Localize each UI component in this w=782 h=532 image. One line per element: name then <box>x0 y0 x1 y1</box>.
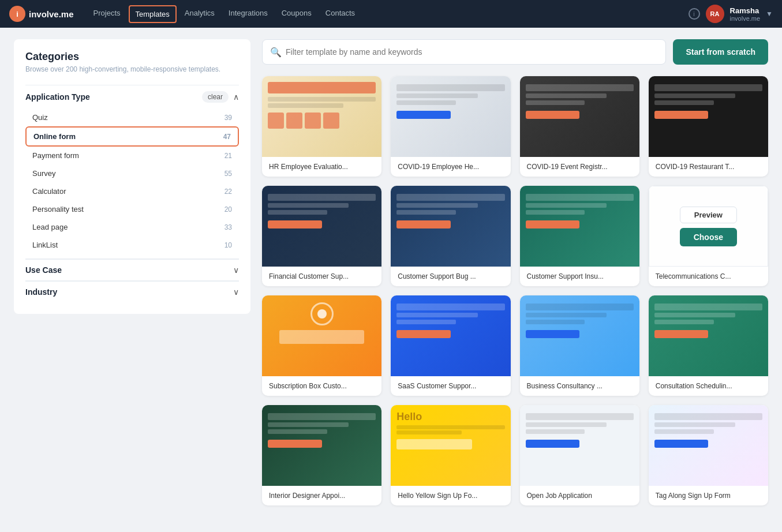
topnav: i involve.me ProjectsTemplatesAnalyticsI… <box>0 0 782 28</box>
template-thumbnail <box>649 76 768 157</box>
template-card[interactable]: Financial Customer Sup... <box>262 186 381 286</box>
search-icon: 🔍 <box>270 47 282 58</box>
use-case-section: Use Case ∨ <box>25 258 239 280</box>
template-label: Business Consultancy ... <box>520 376 639 396</box>
template-card[interactable]: Customer Support Insu... <box>520 186 639 286</box>
category-item-lead-page[interactable]: Lead page33 <box>25 218 239 236</box>
sidebar-title: Categories <box>25 51 239 63</box>
template-card[interactable]: Subscription Box Custo... <box>262 295 381 396</box>
template-thumbnail: Preview Choose <box>649 186 768 267</box>
collapse-icon: ∧ <box>233 92 239 102</box>
template-thumbnail <box>262 405 381 486</box>
template-thumbnail <box>520 405 639 486</box>
template-card[interactable]: Business Consultancy ... <box>520 295 639 396</box>
use-case-title: Use Case <box>25 265 62 275</box>
search-input-wrap: 🔍 <box>262 39 666 65</box>
category-count: 20 <box>225 205 232 213</box>
category-count: 47 <box>223 133 231 141</box>
application-type-header[interactable]: Application Type clear ∧ <box>25 85 239 108</box>
clear-button[interactable]: clear <box>202 91 229 103</box>
industry-title: Industry <box>25 287 57 297</box>
use-case-chevron: ∨ <box>233 265 239 275</box>
industry-section: Industry ∨ <box>25 280 239 302</box>
nav-right: i RA Ramsha involve.me ▼ <box>689 5 773 23</box>
info-icon[interactable]: i <box>689 8 700 20</box>
avatar: RA <box>706 5 724 23</box>
nav-item-templates[interactable]: Templates <box>129 5 177 23</box>
category-label: Survey <box>32 169 55 178</box>
template-label: Interior Designer Appoi... <box>262 486 381 505</box>
category-count: 33 <box>225 223 232 231</box>
nav-item-integrations[interactable]: Integrations <box>223 5 274 23</box>
category-label: Personality test <box>32 205 84 213</box>
category-label: LinkList <box>32 241 58 249</box>
template-card[interactable]: Hello Hello Yellow Sign Up Fo... <box>391 405 510 505</box>
template-thumbnail <box>520 295 639 376</box>
category-item-linklist[interactable]: LinkList10 <box>25 236 239 254</box>
category-count: 10 <box>225 241 232 249</box>
template-card[interactable]: Tag Along Sign Up Form <box>649 405 768 505</box>
sidebar-subtitle: Browse over 200 high-converting, mobile-… <box>25 65 239 73</box>
template-thumbnail <box>391 186 510 267</box>
template-label: Tag Along Sign Up Form <box>649 486 768 505</box>
template-thumbnail <box>262 186 381 267</box>
category-item-calculator[interactable]: Calculator22 <box>25 182 239 200</box>
sidebar: Categories Browse over 200 high-converti… <box>14 39 250 314</box>
template-card[interactable]: SaaS Customer Suppor... <box>391 295 510 396</box>
nav-item-coupons[interactable]: Coupons <box>276 5 317 23</box>
template-card[interactable]: COVID-19 Employee He... <box>391 76 510 177</box>
template-thumbnail <box>262 295 381 376</box>
category-count: 21 <box>225 152 232 160</box>
user-name: Ramsha <box>730 6 761 15</box>
template-card[interactable]: HR Employee Evaluatio... <box>262 76 381 177</box>
template-thumbnail <box>391 295 510 376</box>
category-item-payment-form[interactable]: Payment form21 <box>25 147 239 164</box>
template-grid: HR Employee Evaluatio... COVID-19 Employ… <box>262 76 768 505</box>
category-item-personality-test[interactable]: Personality test20 <box>25 200 239 218</box>
nav-items: ProjectsTemplatesAnalyticsIntegrationsCo… <box>88 5 361 23</box>
category-label: Lead page <box>32 223 68 231</box>
template-label: Customer Support Insu... <box>520 267 639 286</box>
nav-item-analytics[interactable]: Analytics <box>179 5 220 23</box>
category-label: Payment form <box>32 151 79 160</box>
user-info: Ramsha involve.me <box>730 6 761 22</box>
template-label: COVID-19 Restaurant T... <box>649 157 768 177</box>
template-card[interactable]: COVID-19 Event Registr... <box>520 76 639 177</box>
application-type-title: Application Type <box>25 92 90 102</box>
logo[interactable]: i involve.me <box>9 6 74 22</box>
template-label: Open Job Application <box>520 486 639 505</box>
choose-button[interactable]: Choose <box>680 228 737 246</box>
template-thumbnail <box>520 186 639 267</box>
search-input[interactable] <box>262 39 666 65</box>
category-label: Online form <box>33 132 76 141</box>
template-card[interactable]: Consultation Schedulin... <box>649 295 768 396</box>
category-item-survey[interactable]: Survey55 <box>25 164 239 182</box>
template-thumbnail <box>520 76 639 157</box>
use-case-header[interactable]: Use Case ∨ <box>25 259 239 280</box>
category-item-quiz[interactable]: Quiz39 <box>25 108 239 126</box>
template-thumbnail <box>262 76 381 157</box>
category-item-online-form[interactable]: Online form47 <box>25 126 239 147</box>
category-label: Calculator <box>32 187 66 196</box>
logo-icon: i <box>9 6 25 22</box>
industry-chevron: ∨ <box>233 287 239 297</box>
template-thumbnail <box>391 76 510 157</box>
template-card[interactable]: Preview Choose Telecommunications C... <box>649 186 768 286</box>
industry-header[interactable]: Industry ∨ <box>25 281 239 302</box>
nav-item-projects[interactable]: Projects <box>88 5 126 23</box>
template-label: Financial Customer Sup... <box>262 267 381 286</box>
template-label: Telecommunications C... <box>649 267 768 286</box>
category-count: 55 <box>225 170 232 178</box>
template-card[interactable]: Customer Support Bug ... <box>391 186 510 286</box>
nav-chevron[interactable]: ▼ <box>766 10 773 18</box>
search-row: 🔍 Start from scratch <box>262 39 768 65</box>
start-from-scratch-button[interactable]: Start from scratch <box>673 39 768 65</box>
preview-button[interactable]: Preview <box>680 207 737 223</box>
template-card[interactable]: COVID-19 Restaurant T... <box>649 76 768 177</box>
category-label: Quiz <box>32 113 48 122</box>
nav-item-contacts[interactable]: Contacts <box>320 5 361 23</box>
category-count: 22 <box>225 188 232 196</box>
template-thumbnail <box>649 295 768 376</box>
template-card[interactable]: Interior Designer Appoi... <box>262 405 381 505</box>
template-card[interactable]: Open Job Application <box>520 405 639 505</box>
